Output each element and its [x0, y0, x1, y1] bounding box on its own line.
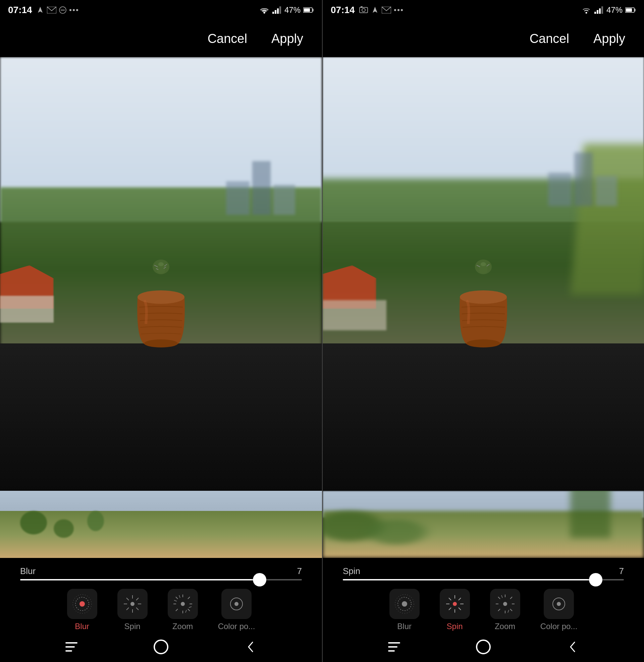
- slider-thumb-left[interactable]: [253, 573, 266, 587]
- svg-line-40: [176, 597, 178, 599]
- battery-icon-left: [303, 7, 314, 13]
- apply-button-left[interactable]: Apply: [266, 28, 308, 49]
- tool-colorpo-icon-wrap-right: [544, 589, 574, 619]
- tool-colorpo-left[interactable]: Color po...: [218, 589, 255, 631]
- colorpo-icon-left: [226, 594, 247, 614]
- slider-value-right: 7: [619, 566, 624, 576]
- nav-menu-btn-left[interactable]: [58, 637, 85, 657]
- zoom-icon-right: [495, 594, 515, 614]
- time-right: 07:14: [331, 5, 355, 16]
- nav-home-btn-left[interactable]: [147, 637, 175, 657]
- blur-icon-right: [394, 594, 415, 614]
- home-icon-right: [476, 640, 491, 654]
- photo-ledge-left: [0, 344, 322, 491]
- tools-bar-right: Blur Spin: [323, 588, 644, 632]
- svg-line-31: [127, 598, 129, 600]
- svg-line-80: [449, 598, 451, 600]
- photo-wall-right: [323, 300, 386, 330]
- svg-line-94: [508, 610, 509, 613]
- tool-blur-icon-wrap-left: [67, 589, 97, 619]
- slider-label-left: Blur: [20, 566, 36, 576]
- tool-spin-left[interactable]: Spin: [117, 589, 147, 631]
- tool-zoom-left[interactable]: Zoom: [168, 589, 198, 631]
- blur-icon-left: [72, 594, 92, 614]
- battery-pct-left: 47%: [284, 5, 301, 15]
- slider-track-left[interactable]: [20, 579, 302, 580]
- nav-icon-right: [371, 6, 379, 14]
- svg-line-41: [188, 609, 190, 611]
- svg-line-44: [179, 595, 180, 598]
- ltree3-right: [570, 491, 611, 538]
- slider-track-right[interactable]: [343, 579, 624, 580]
- slider-value-left: 7: [297, 566, 302, 576]
- slider-thumb-right[interactable]: [589, 573, 602, 587]
- svg-point-5: [76, 9, 78, 11]
- tool-zoom-right[interactable]: Zoom: [490, 589, 520, 631]
- svg-rect-12: [312, 9, 314, 12]
- nav-bar-left: [0, 632, 322, 662]
- cancel-button-right[interactable]: Cancel: [524, 28, 575, 49]
- tool-zoom-icon-wrap-left: [168, 589, 198, 619]
- slider-area-left: Blur 7: [0, 558, 322, 588]
- cancel-button-left[interactable]: Cancel: [202, 28, 253, 49]
- svg-line-42: [188, 597, 190, 599]
- apply-button-right[interactable]: Apply: [588, 28, 630, 49]
- signal-icon-right: [594, 6, 604, 14]
- tool-spin-label-right: Spin: [447, 622, 463, 631]
- svg-line-91: [510, 597, 512, 599]
- status-icons-left: [36, 6, 78, 14]
- minus-icon-left: [59, 6, 66, 14]
- tool-colorpo-label-left: Color po...: [218, 622, 255, 631]
- svg-rect-9: [277, 8, 279, 14]
- tools-bar-left: Blur: [0, 588, 322, 632]
- spin-icon-right-active: [445, 594, 465, 614]
- svg-rect-8: [275, 10, 276, 14]
- svg-line-45: [185, 610, 186, 613]
- tool-colorpo-icon-wrap-left: [221, 589, 252, 619]
- status-right-right: 47%: [581, 5, 636, 15]
- nav-home-btn-right[interactable]: [470, 637, 497, 657]
- svg-point-75: [453, 602, 457, 606]
- svg-line-89: [498, 597, 500, 599]
- gmail-icon-right: [382, 7, 391, 14]
- status-right-left: 47%: [259, 5, 314, 15]
- svg-rect-61: [601, 6, 603, 14]
- svg-line-82: [459, 598, 461, 600]
- photo-area-left: [0, 57, 322, 491]
- tool-zoom-label-left: Zoom: [172, 622, 193, 631]
- svg-line-33: [136, 598, 139, 600]
- bottom-area-right: Spin 7 Blur: [323, 491, 644, 632]
- colorpo-icon-right: [549, 594, 569, 614]
- photo-icon-right: [359, 6, 368, 14]
- svg-point-96: [557, 602, 561, 606]
- bottom-area-left: Blur 7 Blur: [0, 491, 322, 632]
- slider-fill-right: [343, 579, 596, 580]
- battery-pct-right: 47%: [606, 5, 623, 15]
- tool-blur-left[interactable]: Blur: [67, 589, 97, 631]
- tool-blur-right[interactable]: Blur: [389, 589, 420, 631]
- svg-point-71: [466, 339, 500, 348]
- svg-point-57: [585, 12, 587, 14]
- svg-rect-7: [272, 12, 274, 14]
- tool-spin-right[interactable]: Spin: [440, 589, 470, 631]
- photo-ledge-right: [323, 344, 644, 491]
- svg-rect-60: [599, 8, 601, 14]
- svg-point-49: [234, 602, 238, 606]
- nav-menu-btn-right[interactable]: [381, 637, 408, 657]
- nav-bar-right: [323, 632, 644, 662]
- top-bar-left: Cancel Apply: [0, 20, 322, 57]
- nav-back-btn-left[interactable]: [237, 637, 264, 657]
- back-icon-right: [567, 641, 579, 653]
- tool-blur-label-left: Blur: [75, 622, 89, 631]
- tool-colorpo-label-right: Color po...: [540, 622, 578, 631]
- slider-labels-right: Spin 7: [343, 566, 624, 576]
- wifi-icon-right: [581, 6, 592, 14]
- ltree2-left: [54, 519, 74, 538]
- time-left: 07:14: [8, 5, 32, 16]
- tool-colorpo-right[interactable]: Color po...: [540, 589, 578, 631]
- wifi-icon-left: [259, 6, 270, 14]
- nav-back-btn-right[interactable]: [559, 637, 586, 657]
- lower-strip-left: [0, 491, 322, 558]
- svg-rect-64: [626, 8, 632, 12]
- slider-area-right: Spin 7: [323, 558, 644, 588]
